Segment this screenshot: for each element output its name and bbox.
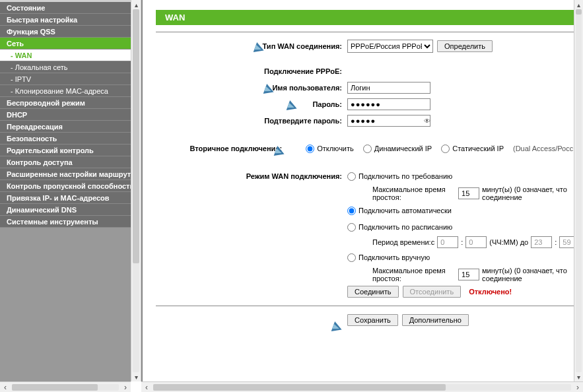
scroll-up-icon[interactable]: ▴ bbox=[131, 0, 141, 9]
scroll-down-icon[interactable]: ▾ bbox=[574, 372, 583, 381]
sidebar-item-wireless[interactable]: Беспроводной режим bbox=[0, 97, 131, 109]
detect-button[interactable]: Определить bbox=[437, 40, 493, 52]
content-vscroll[interactable]: ▴ ▾ bbox=[574, 0, 583, 381]
sidebar-item-network[interactable]: Сеть bbox=[0, 38, 131, 49]
sidebar-item-quick-setup[interactable]: Быстрая настройка bbox=[0, 14, 131, 26]
sidebar-vscroll[interactable]: ▴ ▾ bbox=[131, 0, 141, 381]
sidebar-item-forwarding[interactable]: Переадресация bbox=[0, 121, 131, 133]
pointer-arrow-icon bbox=[254, 42, 266, 55]
sidebar-item-ip-mac-binding[interactable]: Привязка IP- и MAC-адресов bbox=[0, 192, 131, 204]
sidebar-sub-wan[interactable]: - WAN bbox=[0, 49, 131, 61]
schedule-period-label: Период времени:с bbox=[372, 238, 434, 246]
wan-type-label: Тип WAN соединения: bbox=[156, 42, 347, 50]
sidebar-hscroll[interactable]: ‹ › bbox=[0, 381, 131, 392]
content-hscroll[interactable]: ‹ › bbox=[141, 381, 583, 392]
scroll-left-icon[interactable]: ‹ bbox=[0, 383, 11, 392]
scroll-left-icon[interactable]: ‹ bbox=[141, 383, 152, 392]
sidebar: Состояние Быстрая настройка Функция QSS … bbox=[0, 0, 131, 381]
password-label: Пароль: bbox=[156, 100, 347, 108]
scroll-right-icon[interactable]: › bbox=[120, 383, 131, 392]
mode-ondemand-radio[interactable] bbox=[347, 172, 356, 181]
second-conn-disable-radio[interactable] bbox=[306, 145, 314, 153]
schedule-from-hour[interactable] bbox=[437, 236, 458, 248]
password-confirm-input[interactable] bbox=[347, 115, 430, 127]
sidebar-item-routing[interactable]: Расширенные настройки маршрутизации bbox=[0, 168, 131, 180]
second-conn-dynip-radio[interactable] bbox=[363, 145, 372, 153]
second-conn-label: Вторичное подключение: bbox=[156, 145, 287, 152]
sidebar-item-parental[interactable]: Родительский контроль bbox=[0, 145, 131, 156]
username-input[interactable] bbox=[347, 82, 430, 94]
sidebar-sub-lan[interactable]: - Локальная сеть bbox=[0, 61, 131, 73]
sidebar-item-bandwidth[interactable]: Контроль пропускной способности bbox=[0, 180, 131, 192]
page-title: WAN bbox=[156, 10, 583, 25]
mode-schedule-radio[interactable] bbox=[347, 223, 356, 232]
sidebar-item-dhcp[interactable]: DHCP bbox=[0, 109, 131, 121]
scroll-up-icon[interactable]: ▴ bbox=[574, 0, 583, 9]
password-confirm-label: Подтвердите пароль: bbox=[156, 117, 347, 125]
pppoe-section-label: Подключение PPPoE: bbox=[156, 67, 347, 75]
sidebar-sub-mac-clone[interactable]: - Клонирование MAC-адреса bbox=[0, 85, 131, 97]
eye-icon[interactable]: 👁 bbox=[424, 117, 430, 125]
connection-status: Отключено! bbox=[469, 288, 512, 296]
idle-suffix-2: минут(ы) (0 означает, что соединение bbox=[482, 267, 583, 282]
sidebar-item-system-tools[interactable]: Системные инструменты bbox=[0, 216, 131, 228]
pointer-arrow-icon bbox=[331, 321, 344, 335]
sidebar-item-status[interactable]: Состояние bbox=[0, 2, 131, 14]
wan-mode-label: Режим WAN подключения: bbox=[156, 172, 347, 180]
idle-suffix: минут(ы) (0 означает, что соединение bbox=[482, 185, 583, 201]
idle-label-2: Максимальное время простоя: bbox=[372, 267, 456, 282]
schedule-from-min[interactable] bbox=[465, 236, 487, 248]
idle-time-input-2[interactable] bbox=[458, 269, 479, 280]
content-area: WAN Тип WAN соединения: PPPoE/Россия PPP… bbox=[143, 0, 583, 381]
wan-type-select[interactable]: PPPoE/Россия PPPoE bbox=[347, 40, 433, 53]
schedule-hhmm-label: (ЧЧ:ММ) до bbox=[489, 238, 528, 246]
disconnect-button[interactable]: Отсоединить bbox=[403, 286, 462, 298]
schedule-to-hour[interactable] bbox=[531, 236, 552, 248]
password-input[interactable] bbox=[347, 98, 430, 110]
mode-manual-radio[interactable] bbox=[347, 253, 356, 262]
connect-button[interactable]: Соединить bbox=[347, 286, 399, 298]
save-button[interactable]: Сохранить bbox=[347, 314, 398, 326]
second-conn-staticip-radio[interactable] bbox=[441, 145, 450, 153]
pointer-arrow-icon bbox=[263, 84, 276, 97]
scroll-right-icon[interactable]: › bbox=[572, 383, 583, 392]
sidebar-item-ddns[interactable]: Динамический DNS bbox=[0, 204, 131, 216]
sidebar-item-qss[interactable]: Функция QSS bbox=[0, 26, 131, 38]
dual-access-note: (Dual Access/Россия) bbox=[513, 145, 583, 152]
sidebar-item-access-control[interactable]: Контроль доступа bbox=[0, 156, 131, 168]
idle-label: Максимальное время простоя: bbox=[372, 185, 456, 201]
scroll-down-icon[interactable]: ▾ bbox=[131, 372, 141, 381]
idle-time-input-1[interactable] bbox=[458, 187, 479, 199]
sidebar-item-security[interactable]: Безопасность bbox=[0, 133, 131, 145]
username-label: Имя пользователя: bbox=[156, 84, 347, 92]
advanced-button[interactable]: Дополнительно bbox=[402, 314, 469, 326]
sidebar-sub-iptv[interactable]: - IPTV bbox=[0, 73, 131, 85]
pointer-arrow-icon bbox=[287, 100, 299, 114]
mode-auto-radio[interactable] bbox=[347, 207, 356, 215]
